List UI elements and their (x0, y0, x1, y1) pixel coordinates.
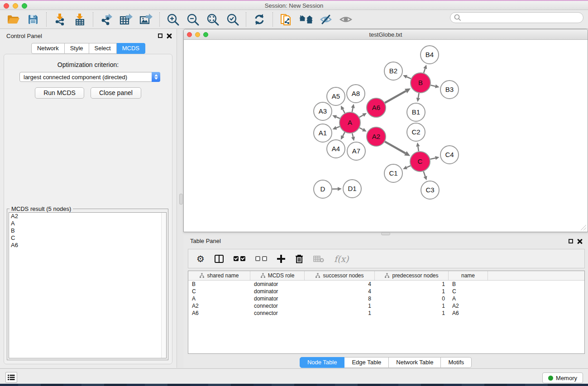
edge-A-A7[interactable] (352, 133, 353, 137)
node-table[interactable]: shared nameMCDS rolesuccessor nodesprede… (188, 271, 585, 354)
tab-mcds[interactable]: MCDS (117, 43, 145, 54)
run-mcds-button[interactable]: Run MCDS (35, 87, 84, 99)
edge-C-C4[interactable] (430, 158, 435, 159)
float-table-panel-icon[interactable] (569, 239, 573, 243)
memory-status-icon (548, 376, 553, 381)
edge-arrowhead (416, 98, 420, 102)
tab-network[interactable]: Network (31, 43, 65, 54)
table-cell: A6 (449, 310, 488, 317)
node-label-A5: A5 (332, 92, 340, 100)
search-input[interactable] (461, 13, 583, 22)
refresh-icon[interactable] (253, 13, 266, 26)
close-panel-icon[interactable] (167, 33, 172, 38)
edge-A-A5[interactable] (343, 109, 345, 113)
select-all-columns-icon[interactable] (234, 256, 245, 261)
node-label-C: C (418, 157, 423, 165)
edge-A-A6[interactable] (359, 115, 363, 117)
tab-select[interactable]: Select (89, 43, 117, 54)
table-cell: B (449, 281, 488, 288)
add-column-icon[interactable] (277, 255, 285, 263)
table-cell: C (188, 288, 250, 295)
mcds-panel: Optimization criterion: largest connecte… (4, 54, 172, 364)
import-network-icon[interactable] (53, 13, 67, 26)
edge-B-B1[interactable] (418, 93, 419, 98)
close-panel-button[interactable]: Close panel (91, 87, 141, 99)
import-table-icon[interactable] (73, 13, 86, 26)
splitter-handle-horizontal[interactable] (381, 232, 390, 235)
edge-A6-B[interactable] (385, 91, 406, 103)
result-scrollbar[interactable] (161, 213, 166, 358)
table-row[interactable]: A2connector11A2 (188, 302, 584, 310)
table-row[interactable]: A6connector11A6 (188, 310, 584, 317)
table-tab-network-table[interactable]: Network Table (389, 357, 441, 368)
zoom-fit-icon[interactable] (206, 13, 220, 26)
export-network-icon[interactable] (100, 13, 113, 26)
edge-A-A2[interactable] (359, 128, 363, 129)
edge-B-B2[interactable] (406, 77, 411, 79)
edge-A2-C[interactable] (385, 142, 406, 153)
delete-column-icon[interactable] (295, 254, 303, 263)
edge-A-A3[interactable] (336, 117, 340, 118)
table-tab-motifs[interactable]: Motifs (441, 357, 472, 368)
edge-A-A8[interactable] (352, 108, 353, 112)
duplicate-network-icon[interactable] (279, 13, 293, 26)
save-session-icon[interactable] (26, 13, 40, 26)
zoom-in-icon[interactable] (166, 13, 180, 26)
close-table-panel-icon[interactable] (577, 238, 583, 244)
edge-B-B3[interactable] (430, 85, 435, 86)
edge-C-C2[interactable] (418, 147, 418, 152)
eye-icon[interactable] (339, 13, 353, 26)
splitter-handle-vertical[interactable] (179, 194, 183, 205)
edge-A-A4[interactable] (343, 132, 345, 136)
edge-B-B4[interactable] (424, 68, 425, 73)
table-cell: 1 (305, 310, 375, 317)
home-icon[interactable] (299, 13, 313, 26)
export-image-icon[interactable] (139, 13, 153, 26)
delete-table-icon[interactable] (313, 255, 324, 262)
mcds-result-list[interactable]: A2ABCA6 (9, 212, 167, 358)
table-row[interactable]: Cdominator41C (188, 288, 584, 295)
result-item[interactable]: B (9, 227, 166, 234)
deselect-all-columns-icon[interactable] (255, 256, 267, 261)
float-panel-icon[interactable] (158, 33, 163, 38)
status-bar: Memory (0, 368, 588, 384)
zoom-selected-icon[interactable] (226, 13, 239, 26)
table-row[interactable]: Bdominator41B (188, 281, 584, 288)
hide-eye-icon[interactable] (319, 13, 333, 26)
table-tab-node-table[interactable]: Node Table (300, 357, 345, 368)
task-history-button[interactable] (5, 372, 17, 383)
result-item[interactable]: A (9, 220, 166, 227)
zoom-out-icon[interactable] (186, 13, 200, 26)
column-header-successor-nodes[interactable]: successor nodes (305, 271, 375, 280)
list-icon (8, 374, 15, 381)
tab-style[interactable]: Style (65, 43, 89, 54)
function-builder-icon[interactable]: f(x) (334, 254, 349, 264)
network-graph[interactable]: B4B2BB3A5A8A6A3B1AA1C2A2A4A7C4CC1C3DD1 (184, 40, 588, 232)
settings-gear-icon[interactable]: ⚙ (196, 254, 205, 263)
table-cell: 1 (305, 302, 375, 310)
result-item[interactable]: A6 (9, 242, 166, 249)
table-row[interactable]: Adominator80A (188, 295, 584, 302)
edge-A-A1[interactable] (336, 127, 340, 128)
search-box[interactable] (450, 12, 583, 23)
open-session-icon[interactable] (6, 13, 20, 26)
column-namespace-icon (199, 273, 205, 278)
column-header-predecessor-nodes[interactable]: predecessor nodes (375, 271, 449, 280)
result-item[interactable]: A2 (9, 213, 166, 220)
edge-C-C3[interactable] (424, 172, 425, 176)
mcds-result-groupbox: MCDS result (5 nodes) A2ABCA6 (7, 209, 168, 360)
column-header-shared-name[interactable]: shared name (188, 271, 250, 280)
result-item[interactable]: C (9, 234, 166, 242)
column-options-icon[interactable] (215, 255, 224, 263)
export-table-icon[interactable] (120, 13, 133, 26)
criterion-dropdown[interactable]: largest connected component (directed) (19, 72, 160, 82)
table-cell: A (188, 295, 250, 302)
network-window-titlebar[interactable]: testGlobe.txt (184, 29, 588, 40)
network-view-window: testGlobe.txt B4B2BB3A5A8A6A3B1AA1C2A2A4… (183, 29, 588, 232)
network-canvas[interactable]: B4B2BB3A5A8A6A3B1AA1C2A2A4A7C4CC1C3DD1 (184, 40, 587, 231)
table-tab-edge-table[interactable]: Edge Table (344, 357, 389, 368)
edge-C-C1[interactable] (406, 166, 411, 167)
column-header-name[interactable]: name (449, 271, 488, 280)
memory-button[interactable]: Memory (542, 372, 583, 383)
column-header-MCDS-role[interactable]: MCDS role (250, 271, 305, 280)
